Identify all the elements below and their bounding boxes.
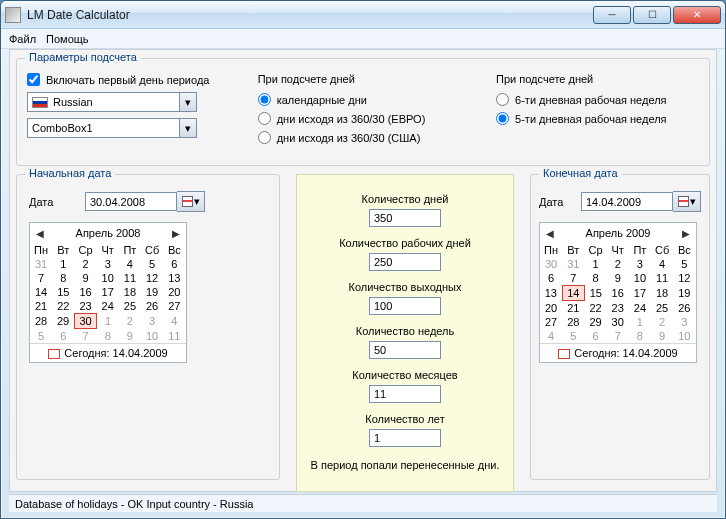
language-combo[interactable]: Russian ▾ xyxy=(27,92,197,112)
calendar-icon[interactable]: ▾ xyxy=(673,191,701,212)
start-date-label: Дата xyxy=(29,196,67,208)
titlebar[interactable]: LM Date Calculator ─ ☐ ✕ xyxy=(1,1,725,29)
end-date-label: Дата xyxy=(539,196,571,208)
include-first-day-input[interactable] xyxy=(27,73,40,86)
end-date-picker[interactable]: ▾ xyxy=(581,191,701,212)
months-field[interactable] xyxy=(369,385,441,403)
prev-month-button[interactable]: ◀ xyxy=(36,228,44,239)
days-label: Количество дней xyxy=(307,193,503,205)
params-legend: Параметры подсчета xyxy=(25,51,141,63)
close-button[interactable]: ✕ xyxy=(673,6,721,24)
next-month-button[interactable]: ▶ xyxy=(682,228,690,239)
prev-month-button[interactable]: ◀ xyxy=(546,228,554,239)
menu-file[interactable]: Файл xyxy=(9,33,36,45)
chevron-down-icon[interactable]: ▾ xyxy=(179,119,196,137)
workdays-label: Количество рабочих дней xyxy=(307,237,503,249)
months-label: Количество месяцев xyxy=(307,369,503,381)
start-legend: Начальная дата xyxy=(25,167,115,179)
radio-5day-week[interactable]: 5-ти дневная рабочая неделя xyxy=(496,112,699,125)
start-today-link[interactable]: Сегодня: 14.04.2009 xyxy=(30,343,186,362)
maximize-button[interactable]: ☐ xyxy=(633,6,671,24)
end-date-field[interactable] xyxy=(581,192,673,211)
minimize-button[interactable]: ─ xyxy=(593,6,631,24)
radio-6day-week[interactable]: 6-ти дневная рабочая неделя xyxy=(496,93,699,106)
status-bar: Database of holidays - OK Input country … xyxy=(9,494,717,512)
end-date-group: Конечная дата Дата ▾ ◀ Апрель 2009 ▶ ПнВ… xyxy=(530,174,710,480)
calendar-icon[interactable]: ▾ xyxy=(177,191,205,212)
days-mode-label: При подсчете дней xyxy=(258,73,476,85)
include-first-day-label: Включать первый день периода xyxy=(46,74,209,86)
end-today-link[interactable]: Сегодня: 14.04.2009 xyxy=(540,343,696,362)
flag-russia-icon xyxy=(32,97,48,108)
start-date-group: Начальная дата Дата ▾ ◀ Апрель 2008 ▶ Пн… xyxy=(16,174,280,480)
today-marker-icon xyxy=(558,349,570,359)
language-value: Russian xyxy=(53,96,93,108)
end-calendar-grid: ПнВтСрЧтПтСбВс 303112345 6789101112 1314… xyxy=(540,243,696,343)
dayoffs-label: Количество выходных xyxy=(307,281,503,293)
combobox1-value: ComboBox1 xyxy=(32,122,93,134)
weeks-label: Количество недель xyxy=(307,325,503,337)
params-group: Параметры подсчета Включать первый день … xyxy=(16,58,710,166)
start-calendar[interactable]: ◀ Апрель 2008 ▶ ПнВтСрЧтПтСбВс 31123456 … xyxy=(29,222,187,363)
week-mode-label: При подсчете дней xyxy=(496,73,699,85)
status-text: Database of holidays - OK Input country … xyxy=(15,498,253,510)
workdays-field[interactable] xyxy=(369,253,441,271)
start-month-title: Апрель 2008 xyxy=(76,227,141,239)
days-field[interactable] xyxy=(369,209,441,227)
radio-calendar-days[interactable]: календарные дни xyxy=(258,93,476,106)
dayoffs-field[interactable] xyxy=(369,297,441,315)
end-legend: Конечная дата xyxy=(539,167,622,179)
today-marker-icon xyxy=(48,349,60,359)
start-date-picker[interactable]: ▾ xyxy=(85,191,205,212)
include-first-day-checkbox[interactable]: Включать первый день периода xyxy=(27,73,238,86)
start-calendar-grid: ПнВтСрЧтПтСбВс 31123456 78910111213 1415… xyxy=(30,243,186,343)
weeks-field[interactable] xyxy=(369,341,441,359)
radio-360-euro[interactable]: дни исходя из 360/30 (ЕВРО) xyxy=(258,112,476,125)
years-label: Количество лет xyxy=(307,413,503,425)
end-selected-day[interactable]: 14 xyxy=(562,286,584,301)
combobox1[interactable]: ComboBox1 ▾ xyxy=(27,118,197,138)
window-frame: LM Date Calculator ─ ☐ ✕ Файл Помощь Пар… xyxy=(0,0,726,519)
chevron-down-icon[interactable]: ▾ xyxy=(179,93,196,111)
years-field[interactable] xyxy=(369,429,441,447)
results-panel: Количество дней Количество рабочих дней … xyxy=(296,174,514,492)
end-calendar[interactable]: ◀ Апрель 2009 ▶ ПнВтСрЧтПтСбВс 303112345… xyxy=(539,222,697,363)
results-note: В период попали перенесенные дни. xyxy=(307,459,503,471)
content-area: Параметры подсчета Включать первый день … xyxy=(9,49,717,492)
window-title: LM Date Calculator xyxy=(27,8,593,22)
menu-help[interactable]: Помощь xyxy=(46,33,89,45)
start-date-field[interactable] xyxy=(85,192,177,211)
next-month-button[interactable]: ▶ xyxy=(172,228,180,239)
start-selected-day[interactable]: 30 xyxy=(74,314,96,329)
radio-360-usa[interactable]: дни исходя из 360/30 (США) xyxy=(258,131,476,144)
end-month-title: Апрель 2009 xyxy=(586,227,651,239)
app-icon xyxy=(5,7,21,23)
menubar: Файл Помощь xyxy=(1,29,725,49)
